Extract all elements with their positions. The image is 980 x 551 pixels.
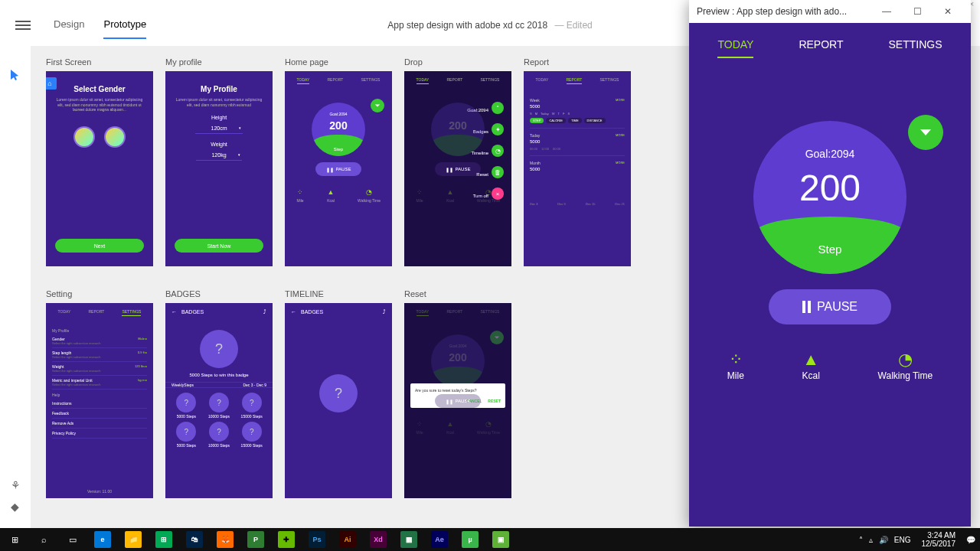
taskbar-app[interactable]: P <box>240 528 271 551</box>
taskbar-app[interactable]: Ae <box>424 528 455 551</box>
back-icon[interactable]: ← <box>291 309 296 315</box>
step-label: Step <box>753 243 906 256</box>
plugins-icon[interactable]: ⚘ <box>11 479 21 491</box>
network-icon[interactable]: ▵ <box>869 536 873 544</box>
artboard-label: Setting <box>46 289 153 298</box>
weight-value[interactable]: 120kg <box>196 150 241 161</box>
home-flag-icon[interactable]: ⌂ <box>46 77 57 90</box>
preview-window: Preview : App step design with ado... — … <box>689 0 971 527</box>
artboard-label: BADGES <box>165 289 273 298</box>
pause-button[interactable]: ❚❚PAUSE <box>315 162 361 176</box>
preview-titlebar[interactable]: Preview : App step design with ado... — … <box>689 0 971 23</box>
artboard-setting[interactable]: TODAYREPORTSETTINGS My Profile GenderSel… <box>46 303 153 498</box>
artboard-timeline[interactable]: ←BADGES⤴ ? <box>285 303 392 498</box>
tab-today[interactable]: TODAY <box>297 77 310 84</box>
stat-mile: Mile <box>727 370 744 381</box>
clock-icon[interactable]: ◔ <box>492 145 504 157</box>
expand-icon[interactable] <box>371 99 384 112</box>
volume-icon[interactable]: 🔊 <box>879 536 888 544</box>
close-icon[interactable]: ✕ <box>933 6 963 17</box>
clock[interactable]: 3:24 AM 12/5/2017 <box>917 531 961 548</box>
taskbar-app[interactable]: ✚ <box>271 528 302 551</box>
clock-icon: ◔ <box>878 349 933 370</box>
preview-content: TODAY REPORT SETTINGS Goal:2094 200 Step… <box>689 23 971 527</box>
goal-text: Goal:2094 <box>312 112 365 116</box>
height-label: Height <box>195 115 242 120</box>
stat-walk: Walking Time <box>358 198 381 203</box>
goal-text: Goal:2094 <box>753 148 906 160</box>
clock-date: 12/5/2017 <box>922 540 956 548</box>
notification-icon[interactable]: 💬 <box>966 536 975 544</box>
start-icon[interactable]: ⊞ <box>0 528 29 551</box>
taskbar-app[interactable]: Ai <box>332 528 363 551</box>
select-tool-icon[interactable] <box>9 69 21 81</box>
artboard-home[interactable]: TODAYREPORTSETTINGS Goal:2094200Step ❚❚P… <box>285 71 392 266</box>
tab-today[interactable]: TODAY <box>717 38 753 58</box>
artboard-report[interactable]: TODAYREPORTSETTINGS WeekMORE 5000 SMToda… <box>524 71 631 266</box>
pause-button[interactable]: PAUSE <box>769 289 891 324</box>
share-icon[interactable]: ⤴ <box>383 309 386 315</box>
stat-kcal: Kcal <box>327 198 335 203</box>
back-icon[interactable]: ← <box>172 309 177 315</box>
artboard-badges[interactable]: ←BADGES⤴ ? 5000 Steps to win this badge … <box>165 303 273 498</box>
share-icon[interactable]: ⤴ <box>263 309 266 315</box>
taskbar-app[interactable]: 🛍 <box>179 528 210 551</box>
reset-message: Are you sure to reset today's Steps? <box>415 388 501 393</box>
doc-title-text: App step design with adobe xd cc 2018 <box>387 20 547 31</box>
system-tray: ˄ ▵ 🔊 ENG 3:24 AM 12/5/2017 💬 <box>859 531 980 548</box>
tab-prototype[interactable]: Prototype <box>103 11 146 39</box>
layers-icon[interactable]: ◆ <box>11 500 21 513</box>
taskbar-app[interactable]: e <box>87 528 118 551</box>
height-value[interactable]: 120cm <box>195 123 242 134</box>
next-button[interactable]: Next <box>55 239 144 253</box>
taskbar-app[interactable]: Xd <box>363 528 394 551</box>
taskbar-app[interactable]: 🦊 <box>210 528 240 551</box>
reset-button[interactable]: RESET <box>488 399 501 403</box>
taskbar-app[interactable]: µ <box>455 528 485 551</box>
trash-icon[interactable]: 🗑 <box>492 166 504 178</box>
expand-menu-button[interactable] <box>908 115 943 150</box>
artboard-label: My profile <box>165 57 273 67</box>
left-tool-rail: ⚘ ◆ <box>0 46 31 528</box>
tab-design[interactable]: Design <box>54 11 84 39</box>
task-view-icon[interactable]: ▭ <box>58 528 87 551</box>
doc-edited-flag: — Edited <box>554 20 592 31</box>
maximize-icon[interactable]: ☐ <box>902 6 933 17</box>
chevron-up-icon[interactable]: ˄ <box>492 102 504 114</box>
language-indicator[interactable]: ENG <box>894 536 911 544</box>
tab-settings[interactable]: SETTINGS <box>361 77 380 84</box>
artboard-reset[interactable]: TODAYREPORTSETTINGS Goal:2094200 Are you… <box>404 303 511 498</box>
minimize-icon[interactable]: — <box>871 6 902 17</box>
preview-title-text: Preview : App step design with ado... <box>697 6 847 17</box>
start-now-button[interactable]: Start Now <box>175 239 263 253</box>
taskbar-app[interactable]: 📁 <box>118 528 149 551</box>
timeline-badge: ? <box>319 374 358 412</box>
hamburger-icon[interactable] <box>15 18 31 32</box>
pause-label: PAUSE <box>817 300 858 314</box>
tray-chevron-icon[interactable]: ˄ <box>859 536 863 544</box>
artboard-label: Home page <box>285 57 392 67</box>
taskbar-app[interactable]: ▦ <box>394 528 424 551</box>
taskbar-app[interactable]: ⊞ <box>149 528 179 551</box>
taskbar-app[interactable]: Ps <box>302 528 332 551</box>
taskbar-apps: e📁⊞🛍🦊P✚PsAiXd▦Aeµ▣ <box>87 528 516 551</box>
artboard-label: Drop <box>404 57 511 67</box>
route-icon: ⁘ <box>727 349 744 370</box>
tab-report[interactable]: REPORT <box>328 77 344 84</box>
taskbar-app[interactable]: ▣ <box>485 528 516 551</box>
artboard-first-screen[interactable]: ⌂ Select Gender Lorem ipsum dolor sit am… <box>46 71 153 266</box>
stat-walking: Walking Time <box>878 370 933 381</box>
artboard-my-profile[interactable]: My Profile Lorem ipsum dolor sit amet, c… <box>165 71 273 266</box>
clock-time: 3:24 AM <box>922 531 956 540</box>
step-label: Step <box>312 147 365 152</box>
first-title: Select Gender <box>74 85 125 93</box>
artboard-drop[interactable]: TODAYREPORTSETTINGS Goal:2094˄ Badges✦ T… <box>404 71 511 266</box>
tab-settings[interactable]: SETTINGS <box>888 38 942 58</box>
gift-icon[interactable]: ✦ <box>492 123 504 135</box>
tab-report[interactable]: REPORT <box>799 38 843 58</box>
profile-title: My Profile <box>201 85 237 93</box>
flame-icon: ▲ <box>802 349 820 370</box>
artboard-label: First Screen <box>46 57 153 67</box>
search-icon[interactable]: ⌕ <box>29 528 58 551</box>
preview-tabs: TODAY REPORT SETTINGS <box>689 23 971 67</box>
